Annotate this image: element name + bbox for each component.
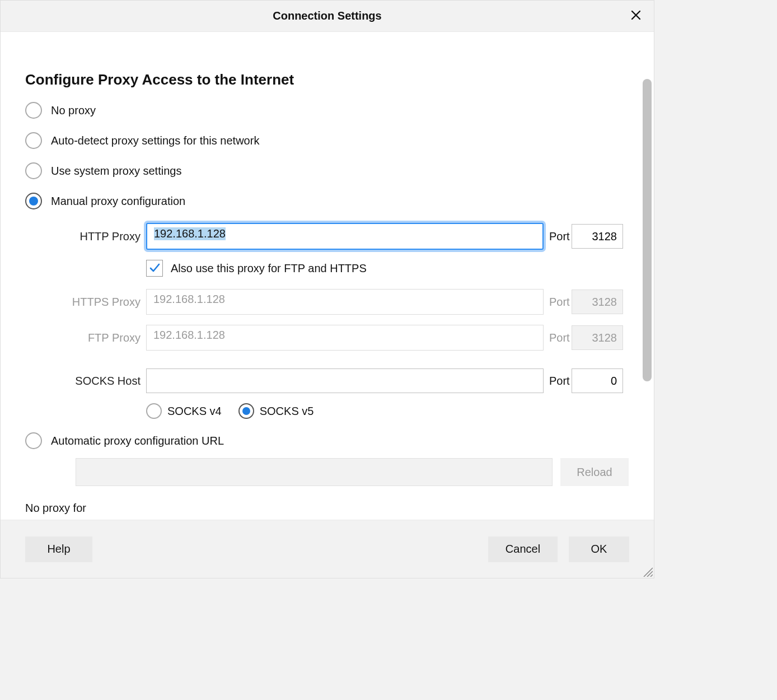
pac-url-input xyxy=(76,458,553,486)
reload-button: Reload xyxy=(560,458,629,486)
radio-icon xyxy=(25,193,42,209)
http-proxy-input[interactable]: 192.168.1.128 xyxy=(146,223,544,250)
https-proxy-row: HTTPS Proxy 192.168.1.128 Port xyxy=(25,289,629,315)
also-use-checkbox-row[interactable]: Also use this proxy for FTP and HTTPS xyxy=(146,260,629,277)
radio-manual[interactable]: Manual proxy configuration xyxy=(25,193,629,209)
radio-label: Use system proxy settings xyxy=(51,165,181,178)
no-proxy-for-label: No proxy for xyxy=(25,502,629,515)
dialog-title: Connection Settings xyxy=(1,10,654,22)
close-icon[interactable] xyxy=(627,6,645,24)
radio-socks-v4[interactable] xyxy=(146,403,162,419)
radio-label: No proxy xyxy=(51,104,96,117)
checkbox-icon xyxy=(146,260,163,277)
section-heading: Configure Proxy Access to the Internet xyxy=(25,71,629,88)
content: Configure Proxy Access to the Internet N… xyxy=(1,32,654,515)
help-button[interactable]: Help xyxy=(25,536,92,562)
socks-v4-label: SOCKS v4 xyxy=(167,405,222,418)
cancel-button[interactable]: Cancel xyxy=(488,536,558,562)
ftp-proxy-label: FTP Proxy xyxy=(25,332,146,344)
port-label: Port xyxy=(544,230,572,243)
pac-url-row: Reload xyxy=(25,458,629,486)
https-port-input xyxy=(572,290,623,314)
scrollbar-thumb[interactable] xyxy=(643,79,652,381)
ok-button[interactable]: OK xyxy=(569,536,629,562)
radio-auto-url[interactable]: Automatic proxy configuration URL xyxy=(25,432,629,449)
resize-grip-icon[interactable] xyxy=(642,566,653,577)
socks-port-input[interactable] xyxy=(572,368,623,393)
radio-label: Manual proxy configuration xyxy=(51,195,185,208)
port-label: Port xyxy=(544,296,572,309)
dialog-header: Connection Settings xyxy=(1,1,654,32)
dialog-footer: Help Cancel OK xyxy=(1,520,654,578)
https-proxy-label: HTTPS Proxy xyxy=(25,296,146,309)
port-label: Port xyxy=(544,375,572,388)
socks-v5-label: SOCKS v5 xyxy=(260,405,314,418)
https-proxy-input: 192.168.1.128 xyxy=(146,289,544,315)
ftp-proxy-row: FTP Proxy 192.168.1.128 Port xyxy=(25,325,629,351)
scroll-area: Configure Proxy Access to the Internet N… xyxy=(1,32,654,520)
port-label: Port xyxy=(544,332,572,344)
http-proxy-row: HTTP Proxy 192.168.1.128 Port xyxy=(25,223,629,250)
ftp-port-input xyxy=(572,325,623,350)
radio-auto-detect[interactable]: Auto-detect proxy settings for this netw… xyxy=(25,132,629,149)
radio-socks-v5[interactable] xyxy=(238,403,254,419)
socks-host-label: SOCKS Host xyxy=(25,375,146,388)
radio-icon xyxy=(25,162,42,179)
ftp-proxy-input: 192.168.1.128 xyxy=(146,325,544,351)
radio-icon xyxy=(25,432,42,449)
http-proxy-label: HTTP Proxy xyxy=(25,230,146,243)
http-port-input[interactable] xyxy=(572,224,623,249)
radio-icon xyxy=(25,132,42,149)
radio-label: Automatic proxy configuration URL xyxy=(51,435,224,447)
socks-host-row: SOCKS Host Port xyxy=(25,368,629,393)
checkbox-label: Also use this proxy for FTP and HTTPS xyxy=(171,262,367,275)
radio-system[interactable]: Use system proxy settings xyxy=(25,162,629,179)
radio-icon xyxy=(25,102,42,119)
socks-host-input[interactable] xyxy=(146,368,544,393)
connection-settings-dialog: Connection Settings Configure Proxy Acce… xyxy=(0,0,654,578)
socks-version-row: SOCKS v4 SOCKS v5 xyxy=(146,403,629,419)
radio-no-proxy[interactable]: No proxy xyxy=(25,102,629,119)
radio-label: Auto-detect proxy settings for this netw… xyxy=(51,134,259,147)
